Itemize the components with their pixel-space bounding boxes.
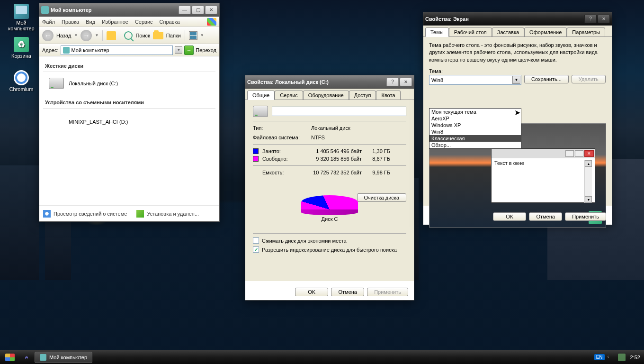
theme-select[interactable]: Win8 ▼ <box>429 75 521 85</box>
theme-option[interactable]: Моя текущая тема <box>429 109 521 115</box>
theme-description: Тема рабочего стола - это фоновый рисуно… <box>429 42 606 64</box>
display-body: Тема рабочего стола - это фоновый рисуно… <box>423 37 612 206</box>
tab-quota[interactable]: Квота <box>376 91 400 100</box>
index-checkbox-row[interactable]: ✓ Разрешить индексирование диска для быс… <box>253 246 406 253</box>
view-mode-icon[interactable] <box>189 31 197 40</box>
titlebar[interactable]: Свойства: Локальный диск (C:) ? ✕ <box>245 75 414 89</box>
desktop-icon-recycle-bin[interactable]: Корзина <box>5 37 38 59</box>
address-input[interactable]: Мой компьютер <box>61 46 173 55</box>
type-label: Тип: <box>253 125 307 131</box>
menu-file[interactable]: Файл <box>42 19 55 25</box>
go-label[interactable]: Переход <box>196 47 216 53</box>
task-add-remove[interactable]: Установка и удален... <box>136 210 199 218</box>
titlebar[interactable]: Мой компьютер — ▢ ✕ <box>39 3 219 17</box>
tab-hardware[interactable]: Оборудование <box>303 91 349 100</box>
delete-theme-button[interactable]: Удалить <box>572 75 606 83</box>
apply-button[interactable]: Применить <box>565 212 606 221</box>
folders-icon[interactable] <box>153 32 163 39</box>
menu-service[interactable]: Сервис <box>135 19 153 25</box>
desktop-icon-label: Корзина <box>5 53 38 59</box>
view-dropdown-icon[interactable]: ▼ <box>200 33 204 37</box>
tab-desktop[interactable]: Рабочий стол <box>449 27 492 36</box>
drive-d[interactable]: MINIXP_LAST_AHCI (D:) <box>43 112 215 131</box>
theme-option[interactable]: Win8 <box>429 128 521 135</box>
theme-option[interactable]: AeroXP <box>429 115 521 122</box>
desktop-icon-my-computer[interactable]: Мой компьютер <box>5 4 38 31</box>
minimize-button[interactable]: — <box>179 6 191 14</box>
search-icon[interactable] <box>124 31 133 40</box>
used-label: Занято: <box>262 148 300 154</box>
separator <box>102 30 103 41</box>
help-button[interactable]: ? <box>386 78 399 86</box>
close-button[interactable]: ✕ <box>400 78 412 86</box>
taskbar-item-my-computer[interactable]: Мой компьютер <box>35 352 92 363</box>
search-label[interactable]: Поиск <box>135 33 150 38</box>
free-color-swatch <box>253 156 259 162</box>
menu-favorites[interactable]: Избранное <box>102 19 128 25</box>
tab-settings[interactable]: Параметры <box>567 27 605 36</box>
titlebar[interactable]: Свойства: Экран ? ✕ <box>423 12 612 26</box>
task-system-info[interactable]: Просмотр сведений о системе <box>43 210 127 218</box>
drive-name-input[interactable] <box>272 107 406 116</box>
tab-themes[interactable]: Темы <box>425 27 449 37</box>
menu-edit[interactable]: Правка <box>62 19 79 25</box>
checkbox-icon[interactable] <box>253 237 259 244</box>
capacity-bytes: 10 725 732 352 байт <box>300 170 362 175</box>
theme-option[interactable]: Классическая <box>429 135 521 142</box>
window-title: Свойства: Экран <box>425 16 584 22</box>
used-bytes: 1 405 546 496 байт <box>300 148 362 154</box>
ok-button[interactable]: OK <box>493 212 526 221</box>
tab-service[interactable]: Сервис <box>275 91 303 100</box>
chevron-down-icon: ▼ <box>512 76 520 84</box>
ok-button[interactable]: OK <box>295 288 328 296</box>
tab-access[interactable]: Доступ <box>349 91 376 100</box>
tab-screensaver[interactable]: Заставка <box>492 27 524 36</box>
scroll-down-icon: ▾ <box>585 196 592 203</box>
window-drive-properties: Свойства: Локальный диск (C:) ? ✕ Общие … <box>245 75 414 300</box>
computer-icon <box>40 354 46 361</box>
quicklaunch-ie-icon[interactable]: e <box>21 352 32 363</box>
address-dropdown-icon[interactable]: ▼ <box>175 46 182 54</box>
desktop-icon-chromium[interactable]: Chromium <box>5 70 38 92</box>
folders-label[interactable]: Папки <box>166 33 181 38</box>
start-button[interactable] <box>0 351 20 364</box>
task-label: Мой компьютер <box>49 355 87 360</box>
cancel-button[interactable]: Отмена <box>529 212 562 221</box>
help-button[interactable]: ? <box>584 15 597 23</box>
tray-remove-hardware-icon[interactable] <box>618 354 626 361</box>
scroll-up-icon: ▴ <box>585 160 592 167</box>
menu-view[interactable]: Вид <box>86 19 95 25</box>
drive-c[interactable]: Локальный диск (C:) <box>43 76 215 91</box>
theme-option[interactable]: Обзор... <box>429 142 521 148</box>
save-theme-button[interactable]: Сохранить... <box>524 75 569 83</box>
menu-help[interactable]: Справка <box>160 19 180 25</box>
back-dropdown-icon[interactable]: ▼ <box>74 33 78 37</box>
forward-dropdown-icon[interactable]: ▼ <box>95 33 98 37</box>
close-button[interactable]: ✕ <box>205 6 217 14</box>
language-indicator[interactable]: EN <box>594 354 605 360</box>
explorer-content: Жесткие диски Локальный диск (C:) Устрой… <box>39 56 219 205</box>
tab-general[interactable]: Общие <box>247 91 275 100</box>
close-button[interactable]: ✕ <box>598 15 610 23</box>
forward-button[interactable] <box>80 30 92 41</box>
disk-cleanup-button[interactable]: Очистка диска <box>357 193 406 202</box>
maximize-button[interactable]: ▢ <box>192 6 204 14</box>
section-hard-drives: Жесткие диски <box>43 60 215 72</box>
cancel-button[interactable]: Отмена <box>331 288 364 296</box>
up-folder-icon[interactable] <box>107 31 116 40</box>
checkbox-icon[interactable]: ✓ <box>253 246 259 253</box>
back-button[interactable] <box>42 30 54 41</box>
tabstrip: Темы Рабочий стол Заставка Оформление Па… <box>423 26 612 37</box>
preview-text: Текст в окне <box>494 160 524 203</box>
go-button[interactable] <box>184 46 194 55</box>
tab-appearance[interactable]: Оформление <box>524 27 567 36</box>
theme-option[interactable]: Windows XP <box>429 122 521 128</box>
drive-label: Локальный диск (C:) <box>69 81 118 86</box>
compress-checkbox-row[interactable]: Сжимать диск для экономии места <box>253 237 406 244</box>
tasks-panel: Просмотр сведений о системе Установка и … <box>39 205 219 221</box>
desktop-icon-label: Мой компьютер <box>5 20 38 31</box>
apply-button[interactable]: Применить <box>367 288 408 296</box>
cursor-icon: ➤ <box>514 108 520 117</box>
tray-chevron-icon[interactable]: ‹ <box>608 354 615 361</box>
clock[interactable]: 2:52 <box>630 355 640 360</box>
